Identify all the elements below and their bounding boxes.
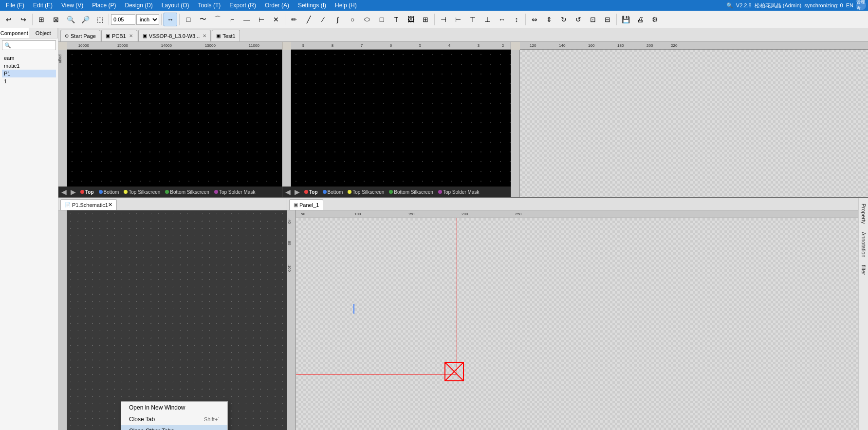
- redo-button[interactable]: ↪: [17, 13, 30, 26]
- text-button[interactable]: T: [389, 13, 403, 26]
- tab-pcb1[interactable]: ▣ PCB1 ✕: [101, 30, 137, 41]
- zoom-area-button[interactable]: ⬚: [93, 13, 107, 26]
- grid-button[interactable]: ⊞: [35, 13, 48, 26]
- rotate-ccw-button[interactable]: ↺: [572, 13, 585, 26]
- menu-file[interactable]: File (F): [2, 1, 28, 10]
- line-button[interactable]: ╱: [302, 13, 315, 26]
- vssop-layer-bottom[interactable]: Bottom: [321, 189, 345, 195]
- version-label: V2.2.8: [736, 2, 752, 8]
- rotate-cw-button[interactable]: ↻: [557, 13, 571, 26]
- place-wire-button[interactable]: 〜: [196, 13, 210, 26]
- tab-p1-close[interactable]: ✕: [108, 202, 112, 208]
- flip-h-button[interactable]: ⇔: [528, 13, 541, 26]
- tab-test1[interactable]: ▣ Test1: [212, 30, 240, 41]
- panel1-ruler-top: 50 100 150 200 250: [296, 210, 858, 218]
- menu-export[interactable]: Export (R): [225, 1, 260, 10]
- ellipse-button[interactable]: ⬭: [360, 13, 374, 26]
- vssop-layer-top[interactable]: Top: [303, 189, 319, 195]
- align-bottom-button[interactable]: ⊥: [480, 13, 494, 26]
- settings-button[interactable]: ⚙: [648, 13, 662, 26]
- ungroup-button[interactable]: ⊟: [601, 13, 614, 26]
- unit-select[interactable]: inch mm mil: [136, 14, 159, 25]
- zoom-in-button[interactable]: 🔍: [64, 13, 77, 26]
- tab-vssop[interactable]: ▣ VSSOP-8_L3.0-W3... ✕: [138, 30, 211, 41]
- tree-item-1[interactable]: 1: [2, 77, 56, 85]
- circle-button[interactable]: ○: [346, 13, 359, 26]
- layer-top[interactable]: Top: [79, 189, 95, 195]
- layer-nav-left[interactable]: ◀: [60, 188, 68, 196]
- sync-label: synchronizing: 0: [804, 2, 843, 8]
- save-button[interactable]: 💾: [619, 13, 632, 26]
- tab-panel1[interactable]: ▣ Panel_1: [289, 199, 323, 210]
- sidebar-tab-component[interactable]: Component: [0, 28, 29, 38]
- tab-vssop-close[interactable]: ✕: [203, 33, 206, 38]
- pcb1-panel: -16000 -15000 -14000 -13000 -11000 page: [58, 42, 282, 197]
- route-button[interactable]: ↔: [164, 13, 177, 26]
- layer-bottom[interactable]: Bottom: [97, 189, 121, 195]
- zoom-fit-button[interactable]: ⊠: [49, 13, 63, 26]
- panel1-red-vline: [457, 218, 457, 374]
- search-icon[interactable]: 🔍: [726, 2, 733, 9]
- group-button[interactable]: ⊡: [586, 13, 600, 26]
- tab-p1-schematic[interactable]: 📄 P1.Schematic1 ✕: [60, 199, 117, 210]
- layer-bottom-silk[interactable]: Bottom Silkscreen: [164, 189, 211, 195]
- align-top-button[interactable]: ⊤: [466, 13, 480, 26]
- align-left-button[interactable]: ⊣: [437, 13, 450, 26]
- menu-settings[interactable]: Settings (I): [294, 1, 330, 10]
- print-button[interactable]: 🖨: [633, 13, 647, 26]
- layer-top-mask[interactable]: Top Solder Mask: [213, 189, 257, 195]
- curve-button[interactable]: ∫: [331, 13, 345, 26]
- image-button[interactable]: 🖼: [404, 13, 418, 26]
- connect-button[interactable]: ⊢: [255, 13, 268, 26]
- tree-item-matic1[interactable]: matic1: [2, 62, 56, 70]
- layer-nav-right[interactable]: ▶: [70, 188, 77, 196]
- tree-item-p1[interactable]: P1: [2, 70, 56, 77]
- ctx-close-tab[interactable]: Close Tab Shift+`: [121, 413, 227, 425]
- vssop-layer-bottom-silk[interactable]: Bottom Silkscreen: [388, 189, 435, 195]
- ctx-close-other-tabs[interactable]: Close Other Tabs: [121, 425, 227, 430]
- property-label[interactable]: Property: [860, 200, 868, 228]
- align-right-button[interactable]: ⊢: [451, 13, 465, 26]
- tab-start-page[interactable]: ⊙ Start Page: [60, 30, 100, 41]
- filter-label[interactable]: filter: [860, 261, 868, 279]
- dist-v-button[interactable]: ↕: [510, 13, 523, 26]
- avatar[interactable]: 管理者: [856, 0, 866, 10]
- vssop-layer-top-mask[interactable]: Top Solder Mask: [437, 189, 480, 195]
- menu-place[interactable]: Place (P): [88, 1, 120, 10]
- zoom-out-button[interactable]: 🔎: [78, 13, 92, 26]
- unit-value-input[interactable]: [111, 14, 135, 25]
- ctx-open-new-window[interactable]: Open in New Window: [121, 402, 227, 413]
- pen-button[interactable]: ✏: [287, 13, 301, 26]
- delete-button[interactable]: ✕: [269, 13, 283, 26]
- flip-v-button[interactable]: ⇕: [542, 13, 556, 26]
- menu-layout[interactable]: Layout (O): [158, 1, 193, 10]
- place-via-button[interactable]: —: [240, 13, 254, 26]
- sidebar-tab-object[interactable]: Object: [29, 28, 58, 38]
- toolbar-sep-3: [161, 14, 162, 25]
- menu-help[interactable]: Help (H): [331, 1, 361, 10]
- place-arc-button[interactable]: ⌒: [211, 13, 224, 26]
- pcb1-ruler-top: -16000 -15000 -14000 -13000 -11000: [67, 42, 282, 50]
- place-track-button[interactable]: ⌐: [225, 13, 239, 26]
- dash-button[interactable]: ⁄: [316, 13, 330, 26]
- rect-button[interactable]: □: [375, 13, 388, 26]
- sidebar-tree: eam matic1 P1 1: [0, 52, 58, 430]
- menu-edit[interactable]: Edit (E): [29, 1, 56, 10]
- vssop-layer-nav-right[interactable]: ▶: [294, 188, 301, 196]
- menu-view[interactable]: View (V): [57, 1, 87, 10]
- place-comp-button[interactable]: □: [182, 13, 195, 26]
- undo-button[interactable]: ↩: [2, 13, 16, 26]
- dist-h-button[interactable]: ↔: [495, 13, 509, 26]
- sidebar-search-input[interactable]: [2, 40, 56, 50]
- menu-order[interactable]: Order (A): [261, 1, 293, 10]
- vssop-layer-nav-left[interactable]: ◀: [284, 188, 292, 196]
- vssop-layer-top-silk[interactable]: Top Silkscreen: [346, 189, 386, 195]
- table-button[interactable]: ⊞: [419, 13, 432, 26]
- menu-design[interactable]: Design (D): [121, 1, 157, 10]
- layer-top-silk[interactable]: Top Silkscreen: [122, 189, 162, 195]
- tree-item-eam[interactable]: eam: [2, 54, 56, 62]
- menu-tools[interactable]: Tools (T): [194, 1, 225, 10]
- annotation-label[interactable]: Annotation: [860, 228, 868, 262]
- ruler-tick-14000: -14000: [160, 43, 172, 48]
- tab-pcb1-close[interactable]: ✕: [129, 33, 133, 38]
